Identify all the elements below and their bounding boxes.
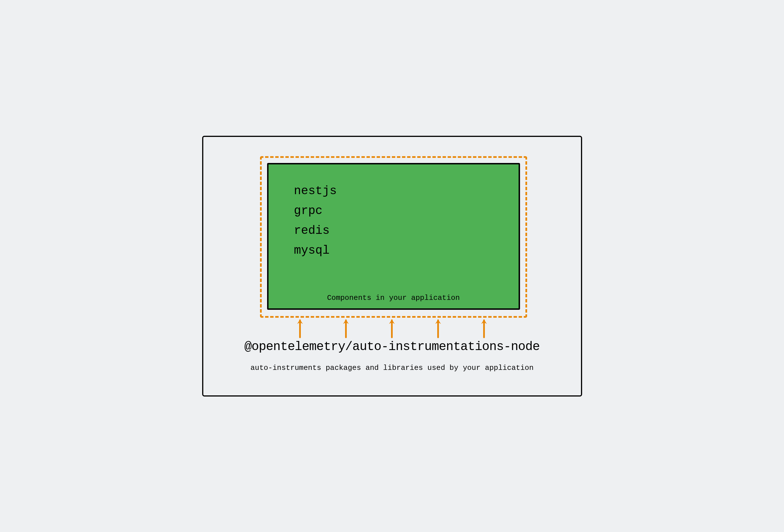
arrow-up-icon	[388, 319, 396, 338]
arrow-up-icon	[434, 319, 442, 338]
components-label: Components in your application	[269, 294, 519, 302]
package-name: @opentelemetry/auto-instrumentations-nod…	[203, 339, 581, 354]
diagram-frame: nestjs grpc redis mysql Components in yo…	[202, 136, 582, 396]
component-item: redis	[294, 224, 493, 238]
arrow-up-icon	[480, 319, 488, 338]
arrows-row	[277, 319, 507, 339]
component-item: nestjs	[294, 184, 493, 198]
diagram-description: auto-instruments packages and libraries …	[203, 364, 581, 372]
component-list: nestjs grpc redis mysql	[294, 184, 493, 257]
component-item: mysql	[294, 244, 493, 257]
arrow-up-icon	[342, 319, 350, 338]
application-box: nestjs grpc redis mysql Components in yo…	[267, 163, 520, 310]
component-item: grpc	[294, 204, 493, 218]
arrow-up-icon	[296, 319, 304, 338]
